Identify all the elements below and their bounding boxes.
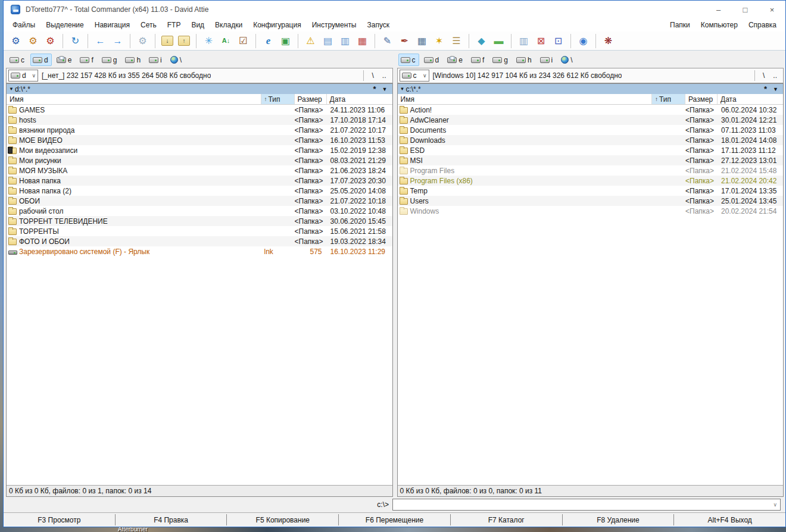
verify-checklist-icon[interactable]: ☑ [235, 33, 251, 49]
parent-dir-button-left[interactable]: .. [378, 71, 391, 80]
settings-gear-orange-icon[interactable]: ⚙ [25, 33, 41, 49]
menu-item-ftp[interactable]: FTP [162, 20, 186, 30]
file-row[interactable]: МОЯ МУЗЫКА<Папка>21.06.2023 18:24 [7, 165, 392, 176]
file-row[interactable]: Новая папка<Папка>17.07.2023 20:30 [7, 176, 392, 186]
settings-gear-red-icon[interactable]: ⚙ [42, 33, 58, 49]
fkey-f8-delete[interactable]: F8 Удаление [563, 513, 674, 527]
calculator-icon[interactable]: ▦ [414, 33, 430, 49]
spray-debug-icon[interactable]: ❋ [600, 33, 616, 49]
minimize-button[interactable]: – [705, 1, 732, 18]
menu-item-help[interactable]: Справка [743, 20, 782, 30]
root-dir-button-left[interactable]: \ [367, 71, 378, 80]
file-row[interactable]: Зарезервировано системой (F) - Ярлыкlnk5… [7, 246, 392, 256]
eraser-icon[interactable]: ▬ [491, 33, 507, 49]
fkey-f7-mkdir[interactable]: F7 Каталог [451, 513, 562, 527]
refresh-icon[interactable]: ↻ [67, 33, 83, 49]
color-tiles-icon[interactable]: ▦ [354, 33, 370, 49]
image-delete-icon[interactable]: ⊠ [533, 33, 549, 49]
cd-disc-icon[interactable]: ◉ [575, 33, 591, 49]
file-row[interactable]: Action!<Папка>06.02.2024 10:32 [398, 105, 784, 115]
file-row[interactable]: Downloads<Папка>18.01.2024 14:08 [398, 135, 784, 145]
menu-item-tools[interactable]: Инструменты [307, 20, 362, 30]
command-input[interactable] [393, 500, 770, 509]
paint-brushes-icon[interactable]: ✒ [397, 33, 413, 49]
drive-button-i-right[interactable]: i [538, 54, 557, 66]
notepad-icon[interactable]: ✎ [379, 33, 395, 49]
file-row[interactable]: AdwCleaner<Папка>30.01.2024 12:21 [398, 115, 784, 125]
file-row[interactable]: Мои видеозаписи<Папка>15.02.2019 12:38 [7, 145, 392, 155]
fkey-f4-edit[interactable]: F4 Правка [116, 513, 227, 527]
path-dropdown-icon[interactable]: ▼ [9, 86, 14, 92]
back-icon[interactable]: ← [92, 33, 108, 49]
menu-item-view[interactable]: Вид [186, 20, 210, 30]
menu-item-tabs[interactable]: Вкладки [210, 20, 248, 30]
menu-item-net[interactable]: Сеть [135, 20, 162, 30]
forward-icon[interactable]: → [110, 33, 126, 49]
maximize-button[interactable]: □ [732, 1, 759, 18]
file-row[interactable]: ESD<Папка>17.11.2023 11:12 [398, 145, 784, 155]
box-3d-icon[interactable]: ◆ [473, 33, 489, 49]
new-document-icon[interactable]: ✶ [431, 33, 447, 49]
file-row[interactable]: МОЕ ВИДЕО<Папка>16.10.2023 11:53 [7, 135, 392, 145]
sort-az-icon[interactable]: A↓ [218, 33, 234, 49]
column-name[interactable]: Имя [398, 94, 653, 104]
column-date[interactable]: Дата [718, 94, 783, 104]
network-root-button-right[interactable]: \ [559, 54, 576, 66]
drive-button-g-right[interactable]: g [490, 54, 511, 66]
image-icon[interactable]: ▥ [516, 33, 532, 49]
unpack-files-icon[interactable]: ↑ [178, 36, 190, 46]
menu-item-run[interactable]: Запуск [362, 20, 395, 30]
file-row[interactable]: Temp<Папка>17.01.2024 13:35 [398, 186, 784, 196]
file-row[interactable]: ТОРРЕНТЫ<Папка>15.06.2021 21:58 [7, 226, 392, 236]
drive-button-d-left[interactable]: d [30, 54, 52, 66]
menu-item-selection[interactable]: Выделение [40, 20, 89, 30]
column-type[interactable]: ↑Тип [261, 94, 295, 104]
file-row[interactable]: ТОРРЕНТ ТЕЛЕВИДЕНИЕ<Папка>30.06.2020 15:… [7, 216, 392, 226]
file-row[interactable]: вязники природа<Папка>21.07.2022 10:17 [7, 125, 392, 135]
drive-button-c-left[interactable]: c [7, 54, 28, 66]
history-dropdown-icon[interactable]: ▼ [382, 86, 388, 92]
file-row[interactable]: Windows<Папка>20.02.2024 21:54 [398, 206, 784, 216]
file-row[interactable]: MSI<Папка>27.12.2023 13:01 [398, 155, 784, 165]
fkey-f6-move[interactable]: F6 Перемещение [339, 513, 450, 527]
history-dropdown-icon[interactable]: ▼ [773, 86, 778, 92]
fkey-alt-f4-exit[interactable]: Alt+F4 Выход [674, 513, 785, 527]
network-root-button-left[interactable]: \ [168, 54, 185, 66]
settings-gear-blue-icon[interactable]: ⚙ [8, 33, 24, 49]
file-row[interactable]: Мои рисунки<Папка>08.03.2021 21:29 [7, 155, 392, 165]
file-row[interactable]: Program Files (x86)<Папка>21.02.2024 20:… [398, 176, 784, 186]
file-row[interactable]: hosts<Папка>17.10.2018 17:14 [7, 115, 392, 125]
drive-button-f-right[interactable]: f [469, 54, 488, 66]
column-size[interactable]: Размер [295, 94, 327, 104]
command-history-chevron-icon[interactable]: ∨ [770, 502, 780, 508]
gears-gray-icon[interactable]: ⚙ [135, 33, 151, 49]
menu-item-folders[interactable]: Папки [665, 20, 695, 30]
doc-warning-icon[interactable]: ⚠ [302, 33, 319, 49]
file-row[interactable]: Users<Папка>25.01.2024 13:45 [398, 196, 784, 206]
close-button[interactable]: × [759, 1, 785, 18]
fkey-f3-view[interactable]: F3 Просмотр [4, 513, 115, 527]
script-icon[interactable]: ☰ [448, 33, 464, 49]
file-row[interactable]: GAMES<Папка>24.11.2023 11:06 [7, 105, 392, 115]
file-row[interactable]: Program Files<Папка>21.02.2024 15:48 [398, 165, 784, 176]
drive-button-g-left[interactable]: g [99, 54, 121, 66]
root-dir-button-right[interactable]: \ [759, 71, 769, 80]
app-icon[interactable] [11, 5, 20, 14]
drive-button-h-right[interactable]: h [514, 54, 535, 66]
favorites-star-icon[interactable]: * [764, 85, 767, 93]
parent-dir-button-right[interactable]: .. [769, 71, 781, 80]
file-row[interactable]: ФОТО И ОБОИ<Папка>19.03.2022 18:34 [7, 236, 392, 246]
fkey-f5-copy[interactable]: F5 Копирование [227, 513, 338, 527]
path-bar-right[interactable]: ▼ c:\*.* * ▼ [398, 84, 784, 94]
path-dropdown-icon[interactable]: ▼ [400, 86, 405, 92]
favorites-star-icon[interactable]: * [373, 85, 376, 93]
menu-item-navigation[interactable]: Навигация [89, 20, 135, 30]
drive-button-h-left[interactable]: h [123, 54, 144, 66]
drive-button-d-right[interactable]: d [422, 54, 443, 66]
doc-preview-icon[interactable]: ▤ [320, 33, 336, 49]
path-bar-left[interactable]: ▼ d:\*.* * ▼ [7, 84, 392, 94]
column-name[interactable]: Имя [7, 94, 261, 104]
drive-button-e-left[interactable]: e [54, 54, 76, 66]
file-row[interactable]: Documents<Папка>07.11.2023 11:03 [398, 125, 784, 135]
image-search-icon[interactable]: ⊡ [550, 33, 566, 49]
